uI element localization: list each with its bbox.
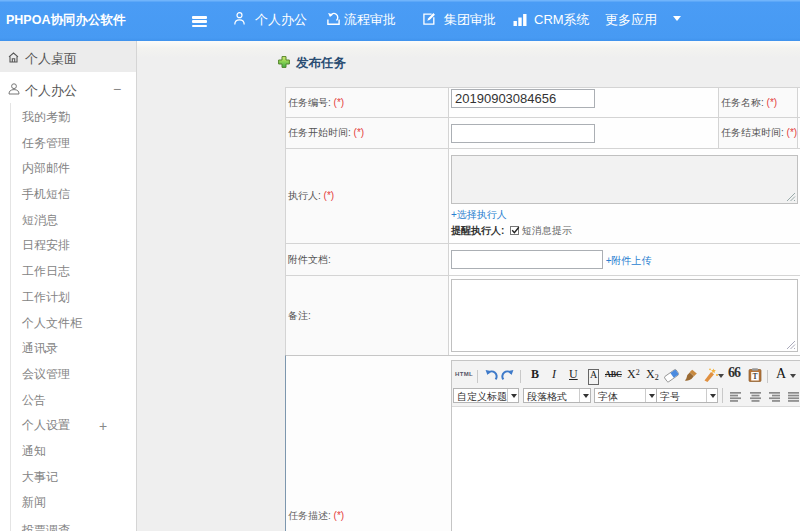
svg-text:T: T xyxy=(752,372,757,381)
